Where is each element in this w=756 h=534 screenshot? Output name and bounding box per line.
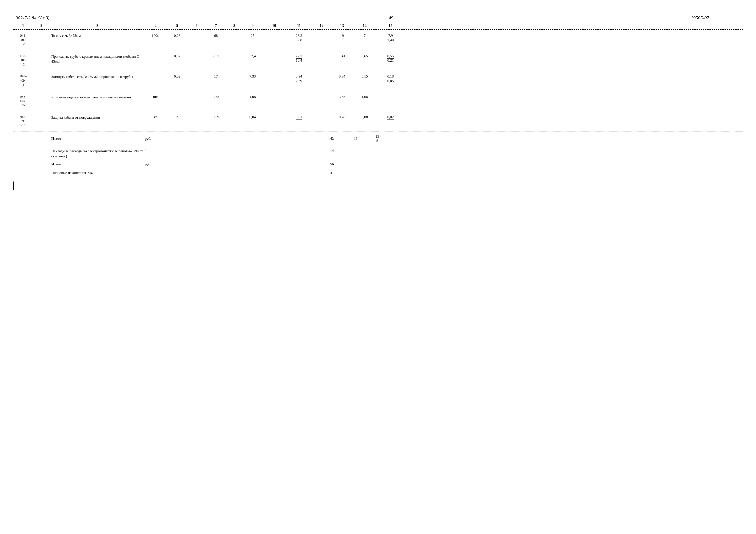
row-c15-18: 0,18 0,05 — [375, 74, 406, 83]
row-qty-16: 0,28 — [166, 34, 188, 38]
row-c9-19: 1,08 — [242, 95, 263, 99]
planned-label: Плановые накопления–8% — [50, 171, 145, 175]
col-header-2: 2 — [33, 23, 50, 28]
itogo1-unit: руб. — [145, 137, 166, 141]
col-header-5: 5 — [166, 23, 188, 28]
row-c14-19: 1,08 — [354, 95, 375, 99]
row-c14-20: 0,08 — [354, 115, 375, 119]
col-header-4: 4 — [145, 23, 166, 28]
row-c15-20: 0,02 – — [375, 115, 406, 124]
row-desc-19: Концевая заделка кабеля с алюминиевыми ж… — [50, 95, 145, 100]
row-desc-20: Защита кабеля от повреждения — [50, 115, 145, 120]
row-id-16: 16.8– 400 –2 — [14, 34, 33, 46]
column-headers: 1 2 3 4 5 6 7 8 9 10 11 12 13 14 15 — [14, 22, 743, 30]
row-qty-19: 1 — [166, 95, 188, 99]
itogo2-label: Итого — [50, 162, 145, 166]
col-header-1: 1 — [14, 23, 33, 28]
row-desc-18: Затянуть кабель сеч. 3х25мм2 в проложенн… — [50, 74, 145, 79]
row-desc-17: Проложить трубу с крепле-нием накладными… — [50, 54, 145, 64]
row-c13-16: 19 — [330, 34, 354, 38]
planned-c13: 4 — [330, 171, 354, 175]
overhead-label: Накладные расходы на электромонтажные ра… — [50, 149, 145, 159]
header-row: 902-7-2.84 (V к 3) 49 19505-07 — [14, 13, 743, 22]
table-row: 17.8– 406 –2 Проложить трубу с крепле-ни… — [14, 50, 743, 71]
row-qty-18: 0,02 — [166, 74, 188, 79]
itogo1-c13: 42 — [330, 137, 354, 141]
row-c14-18: 0,15 — [354, 74, 375, 79]
row-c7-16: 68 — [205, 34, 227, 38]
row-c15-16: 7,9 2,49 — [375, 34, 406, 42]
row-c9-16: 25 — [242, 34, 263, 38]
table-row: 16.8– 400 –2 То же, сеч. 3х25мм 100м 0,2… — [14, 30, 743, 50]
corner-mark — [14, 182, 26, 190]
itogo2-unit: руб. — [145, 162, 166, 166]
row-c11-16: 28,2 8,88 — [285, 34, 313, 42]
row-id-20: 20.8– 534 –13 — [14, 115, 33, 128]
row-unit-17: " — [145, 54, 166, 58]
row-c13-17: 1,41 — [330, 54, 354, 58]
row-c7-17: 70,7 — [205, 54, 227, 58]
itogo1-label: Итого — [50, 137, 145, 141]
row-c13-19: 3,55 — [330, 95, 354, 99]
row-qty-17: 0,02 — [166, 54, 188, 58]
overhead-unit: " — [145, 149, 166, 153]
row-c11-17: 27,7 10,4 — [285, 54, 313, 63]
row-unit-20: кг — [145, 115, 166, 119]
row-c7-19: 3,55 — [205, 95, 227, 99]
row-desc-16: То же, сеч. 3х25мм — [50, 34, 145, 38]
summary-planned: Плановые накопления–8% " 4 — [14, 168, 743, 182]
summary-itogo2: Итого руб. 56 — [14, 160, 743, 168]
row-c15-17: 0,55 0,21 — [375, 54, 406, 63]
row-c11-20: 0,01 – — [285, 115, 313, 124]
center-number: 49 — [125, 15, 657, 21]
row-unit-18: " — [145, 74, 166, 79]
itogo1-c15: 15 5 — [375, 134, 406, 143]
row-c7-20: 0,39 — [205, 115, 227, 119]
col-header-8: 8 — [227, 23, 242, 28]
row-c7-18: 17 — [205, 74, 227, 79]
col-header-13: 13 — [330, 23, 354, 28]
col-header-11: 11 — [285, 23, 313, 28]
row-c14-17: 0,65 — [354, 54, 375, 58]
col-header-10: 10 — [263, 23, 285, 28]
col-header-15: 15 — [375, 23, 406, 28]
col-header-9: 9 — [242, 23, 263, 28]
row-c9-20: 0,04 — [242, 115, 263, 119]
table-row: 19.8– 153– 15 Концевая заделка кабеля с … — [14, 91, 743, 111]
row-c13-18: 0,34 — [330, 74, 354, 79]
row-c9-18: 7,33 — [242, 74, 263, 79]
row-id-18: 18.8– 409– 4 — [14, 74, 33, 87]
row-c13-20: 0,78 — [330, 115, 354, 119]
summary-overhead: Накладные расходы на электромонтажные ра… — [14, 145, 743, 160]
row-unit-16: 100м — [145, 34, 166, 38]
col-header-3: 3 — [50, 23, 145, 28]
col-header-12: 12 — [313, 23, 330, 28]
row-c9-17: 32,4 — [242, 54, 263, 58]
col-header-6: 6 — [188, 23, 205, 28]
itogo1-c14: 16 — [354, 137, 375, 141]
col-header-7: 7 — [205, 23, 227, 28]
row-c11-18: 8,94 2,59 — [285, 74, 313, 83]
row-unit-19: шт. — [145, 95, 166, 99]
row-id-17: 17.8– 406 –2 — [14, 54, 33, 67]
col-header-14: 14 — [354, 23, 375, 28]
row-qty-20: 2 — [166, 115, 188, 119]
itogo2-c13: 56 — [330, 162, 354, 166]
row-c14-16: 7 — [354, 34, 375, 38]
planned-unit: " — [145, 171, 166, 175]
row-id-19: 19.8– 153– 15 — [14, 95, 33, 108]
gost-number: 19505-07 — [657, 15, 743, 21]
summary-itogo1: Итого руб. 42 16 15 5 — [14, 132, 743, 145]
table-row: 18.8– 409– 4 Затянуть кабель сеч. 3х25мм… — [14, 70, 743, 91]
doc-number: 902-7-2.84 (V к 3) — [14, 15, 125, 21]
table-row: 20.8– 534 –13 Защита кабеля от поврежден… — [14, 111, 743, 132]
overhead-c13: 14 — [330, 149, 354, 153]
